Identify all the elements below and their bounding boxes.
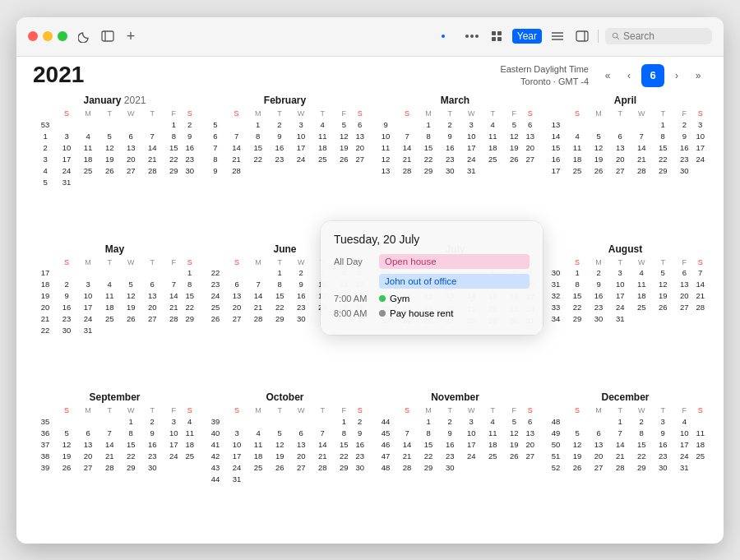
day-cell[interactable]: 6 — [525, 415, 535, 427]
day-cell[interactable]: 26 — [269, 461, 290, 473]
day-cell[interactable]: 8 — [418, 427, 439, 438]
day-cell[interactable]: 6 — [141, 279, 163, 290]
day-cell[interactable] — [567, 118, 588, 130]
day-cell[interactable]: 28 — [312, 461, 333, 473]
day-cell[interactable]: 29 — [418, 461, 439, 473]
day-cell[interactable]: 25 — [631, 302, 652, 313]
day-cell[interactable]: 17 — [290, 141, 312, 153]
day-cell[interactable]: 24 — [290, 153, 312, 164]
day-cell[interactable]: 19 — [269, 450, 290, 461]
day-cell[interactable]: 26 — [503, 153, 525, 164]
day-cell[interactable] — [525, 164, 535, 176]
day-cell[interactable]: 23 — [184, 153, 195, 164]
day-cell[interactable]: 8 — [333, 427, 354, 438]
day-cell[interactable]: 3 — [226, 427, 247, 438]
day-cell[interactable]: 4 — [77, 130, 99, 141]
day-cell[interactable]: 17 — [226, 450, 247, 461]
day-cell[interactable]: 27 — [609, 164, 631, 176]
day-cell[interactable]: 28 — [396, 164, 418, 176]
day-cell[interactable]: 25 — [695, 450, 705, 461]
day-cell[interactable]: 2 — [290, 267, 312, 279]
minimize-button[interactable] — [43, 31, 53, 41]
day-cell[interactable]: 1 — [418, 415, 439, 427]
day-cell[interactable]: 7 — [631, 130, 652, 141]
day-cell[interactable]: 1 — [652, 118, 673, 130]
day-cell[interactable]: 25 — [482, 450, 503, 461]
day-cell[interactable]: 8 — [163, 130, 184, 141]
day-cell[interactable]: 28 — [695, 302, 705, 313]
day-cell[interactable]: 9 — [439, 427, 460, 438]
search-input[interactable] — [623, 30, 705, 42]
day-cell[interactable]: 14 — [396, 141, 418, 153]
day-cell[interactable] — [482, 164, 503, 176]
day-cell[interactable]: 20 — [609, 153, 631, 164]
day-cell[interactable]: 14 — [631, 141, 652, 153]
day-cell[interactable]: 2 — [631, 415, 652, 427]
day-cell[interactable]: 30 — [290, 313, 312, 325]
day-cell[interactable]: 7 — [695, 267, 705, 279]
day-cell[interactable] — [503, 164, 525, 176]
day-cell[interactable]: 20 — [120, 153, 141, 164]
day-cell[interactable]: 5 — [269, 427, 290, 438]
day-cell[interactable]: 11 — [247, 438, 269, 450]
popup-event-item[interactable]: 8:00 AMPay house rent — [334, 308, 530, 318]
day-cell[interactable]: 13 — [226, 290, 247, 302]
day-cell[interactable]: 24 — [609, 302, 631, 313]
day-cell[interactable]: 5 — [588, 130, 609, 141]
day-cell[interactable]: 28 — [99, 461, 120, 473]
day-cell[interactable]: 3 — [609, 267, 631, 279]
day-cell[interactable]: 21 — [99, 450, 120, 461]
day-cell[interactable]: 28 — [247, 313, 269, 325]
day-cell[interactable] — [120, 325, 141, 336]
day-cell[interactable] — [247, 267, 269, 279]
day-cell[interactable]: 18 — [99, 302, 120, 313]
day-cell[interactable]: 14 — [695, 279, 705, 290]
day-cell[interactable]: 30 — [354, 461, 365, 473]
day-cell[interactable]: 9 — [290, 279, 312, 290]
day-cell[interactable]: 22 — [418, 450, 439, 461]
day-cell[interactable]: 28 — [141, 164, 163, 176]
sidebar-icon[interactable] — [100, 29, 115, 44]
day-cell[interactable]: 10 — [460, 427, 482, 438]
day-cell[interactable]: 8 — [567, 279, 588, 290]
day-cell[interactable]: 11 — [567, 141, 588, 153]
day-cell[interactable]: 20 — [525, 141, 535, 153]
day-cell[interactable]: 21 — [609, 450, 631, 461]
maximize-button[interactable] — [58, 31, 67, 41]
day-cell[interactable]: 14 — [141, 141, 163, 153]
popup-event-item[interactable]: John out of office — [334, 274, 530, 289]
day-cell[interactable]: 2 — [184, 118, 195, 130]
day-cell[interactable]: 31 — [673, 461, 695, 473]
day-cell[interactable] — [482, 461, 503, 473]
day-cell[interactable]: 9 — [439, 130, 460, 141]
day-cell[interactable]: 7 — [99, 427, 120, 438]
day-cell[interactable]: 10 — [163, 427, 184, 438]
add-event-icon[interactable]: + — [123, 29, 138, 44]
day-cell[interactable]: 5 — [503, 118, 525, 130]
day-cell[interactable]: 10 — [609, 279, 631, 290]
day-cell[interactable] — [588, 118, 609, 130]
day-cell[interactable]: 14 — [163, 290, 184, 302]
day-cell[interactable]: 26 — [56, 461, 77, 473]
day-cell[interactable]: 28 — [396, 461, 418, 473]
day-cell[interactable]: 18 — [184, 438, 195, 450]
day-cell[interactable]: 12 — [503, 130, 525, 141]
day-cell[interactable] — [695, 164, 705, 176]
day-cell[interactable] — [290, 164, 312, 176]
day-cell[interactable]: 11 — [631, 279, 652, 290]
day-cell[interactable]: 4 — [482, 415, 503, 427]
day-cell[interactable]: 13 — [609, 141, 631, 153]
day-cell[interactable]: 19 — [588, 153, 609, 164]
day-cell[interactable]: 10 — [460, 130, 482, 141]
day-cell[interactable]: 8 — [269, 279, 290, 290]
day-cell[interactable] — [163, 267, 184, 279]
day-cell[interactable] — [56, 118, 77, 130]
day-cell[interactable] — [333, 164, 354, 176]
day-cell[interactable]: 24 — [460, 153, 482, 164]
day-cell[interactable]: 7 — [396, 130, 418, 141]
day-cell[interactable]: 23 — [354, 450, 365, 461]
day-cell[interactable]: 22 — [418, 153, 439, 164]
view-list-button[interactable] — [548, 27, 567, 45]
day-cell[interactable] — [396, 415, 418, 427]
day-cell[interactable]: 16 — [141, 438, 163, 450]
